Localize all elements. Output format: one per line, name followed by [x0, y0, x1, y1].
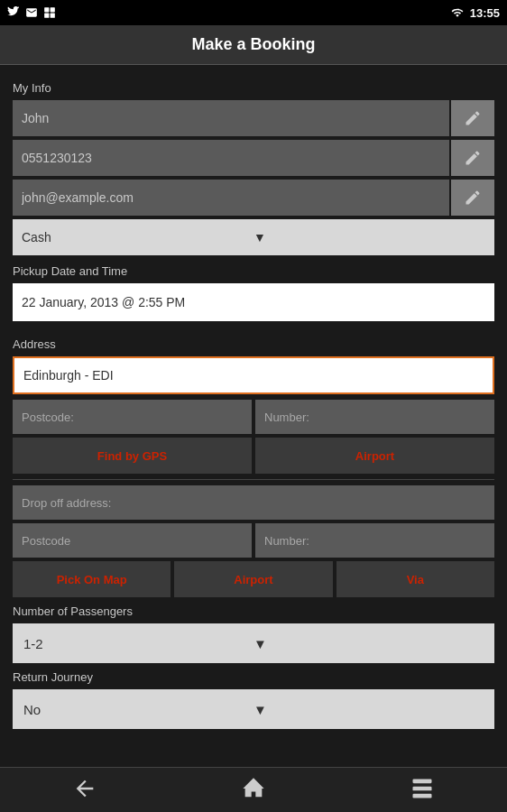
passengers-dropdown[interactable]: 1-2 ▼ [13, 623, 494, 663]
svg-rect-0 [44, 7, 49, 12]
app-icon [43, 6, 56, 19]
page-title: Make a Booking [191, 35, 315, 54]
phone-row [13, 140, 494, 176]
email-input[interactable] [13, 180, 449, 216]
pickup-datetime-label: Pickup Date and Time [13, 264, 494, 278]
dropoff-postcode-input[interactable] [13, 523, 252, 558]
home-nav-button[interactable] [234, 769, 273, 811]
airport-button-2[interactable]: Airport [174, 561, 332, 597]
pickup-buttons-row: Find by GPS Airport [13, 438, 494, 474]
pickup-address-input[interactable] [13, 356, 494, 394]
my-info-label: My Info [13, 81, 494, 95]
via-button[interactable]: Via [336, 561, 494, 597]
status-bar: 13:55 [0, 0, 507, 25]
return-journey-value: No [23, 702, 254, 717]
return-journey-label: Return Journey [13, 670, 494, 684]
svg-rect-2 [44, 14, 49, 18]
pickup-postcode-number-row [13, 400, 494, 434]
dropoff-address-input[interactable] [13, 485, 494, 520]
status-bar-right-icons: 13:55 [450, 6, 500, 20]
pencil-icon-3 [464, 189, 482, 207]
phone-input[interactable] [13, 140, 449, 176]
name-input[interactable] [13, 100, 449, 136]
passengers-value: 1-2 [23, 636, 254, 651]
back-icon [72, 776, 97, 801]
back-nav-button[interactable] [65, 769, 105, 811]
email-icon [25, 6, 38, 19]
twitter-icon [7, 6, 20, 19]
pickup-postcode-input[interactable] [13, 400, 252, 434]
address-label: Address [13, 337, 494, 351]
payment-value: Cash [22, 230, 254, 245]
dropoff-number-input[interactable] [255, 523, 494, 558]
return-journey-dropdown[interactable]: No ▼ [13, 689, 494, 729]
email-edit-button[interactable] [451, 180, 494, 216]
svg-rect-4 [413, 780, 432, 784]
pencil-icon-2 [464, 149, 482, 167]
home-icon [241, 776, 266, 801]
passengers-dropdown-arrow: ▼ [254, 636, 484, 651]
dropoff-buttons-row: Pick On Map Airport Via [13, 561, 494, 597]
name-edit-button[interactable] [451, 100, 494, 136]
payment-dropdown-arrow: ▼ [254, 230, 485, 245]
name-row [13, 100, 494, 136]
dropoff-postcode-number-row [13, 523, 494, 558]
separator-1 [13, 479, 494, 480]
recent-nav-button[interactable] [402, 769, 442, 811]
svg-rect-5 [413, 787, 432, 791]
content-area: My Info Cash ▼ Pickup Date and Time [0, 65, 507, 767]
recent-icon [410, 776, 435, 801]
email-row [13, 180, 494, 216]
pencil-icon [464, 109, 482, 127]
bottom-nav [0, 767, 507, 812]
svg-rect-1 [51, 7, 55, 12]
pick-on-map-button[interactable]: Pick On Map [13, 561, 171, 597]
svg-rect-3 [51, 14, 55, 18]
status-bar-left-icons [7, 6, 56, 19]
wifi-icon [450, 6, 465, 19]
pickup-datetime-input[interactable] [13, 283, 494, 321]
pickup-number-input[interactable] [255, 400, 494, 434]
status-time: 13:55 [470, 6, 500, 20]
airport-button-1[interactable]: Airport [255, 438, 494, 474]
payment-dropdown[interactable]: Cash ▼ [13, 219, 494, 255]
svg-rect-6 [413, 794, 432, 798]
find-by-gps-button[interactable]: Find by GPS [13, 438, 252, 474]
phone-edit-button[interactable] [451, 140, 494, 176]
app-header: Make a Booking [0, 25, 507, 65]
passengers-label: Number of Passengers [13, 604, 494, 618]
return-journey-dropdown-arrow: ▼ [254, 702, 484, 717]
